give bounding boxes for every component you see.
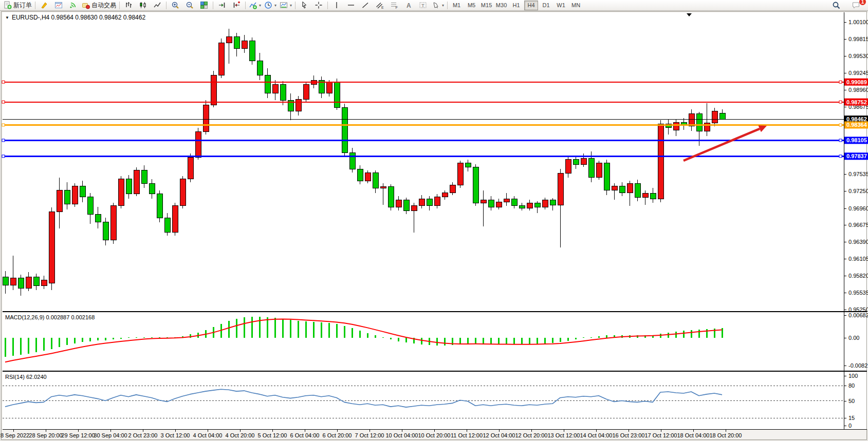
time-axis-label: 4 Oct 04:00 bbox=[193, 432, 223, 438]
price-badge-label: 0.99089 bbox=[846, 79, 867, 85]
new-order-button[interactable]: 新订单 bbox=[2, 0, 33, 11]
channel-button[interactable]: E bbox=[373, 0, 387, 11]
signals-icon bbox=[69, 1, 77, 9]
chart-menu-arrow-icon[interactable]: ▼ bbox=[5, 15, 9, 20]
line-anchor[interactable] bbox=[839, 81, 842, 83]
candle-body bbox=[719, 113, 725, 119]
search-icon[interactable] bbox=[829, 0, 843, 11]
trendline-button[interactable] bbox=[358, 0, 373, 11]
button-label: 自动交易 bbox=[91, 1, 116, 10]
time-axis-label: 13 Oct 12:00 bbox=[548, 432, 580, 438]
chart-title: ▼EURUSD-,H4 0.98564 0.98630 0.98462 0.98… bbox=[5, 14, 145, 21]
timeframe-M5[interactable]: M5 bbox=[465, 1, 478, 10]
horizontal-line-button[interactable] bbox=[344, 0, 358, 11]
crosshair-button[interactable] bbox=[311, 0, 326, 11]
time-axis-label: 6 Oct 20:00 bbox=[323, 432, 352, 438]
bar-chart-button[interactable] bbox=[121, 0, 136, 11]
candle-body bbox=[635, 183, 640, 198]
line-chart-button[interactable] bbox=[150, 0, 164, 11]
macd-panel[interactable] bbox=[3, 312, 844, 371]
fibonacci-button[interactable]: F bbox=[387, 0, 401, 11]
time-axis-label: 6 Oct 04:00 bbox=[290, 432, 320, 438]
chart-canvas[interactable]: 1.001000.998150.995300.992450.989600.986… bbox=[0, 0, 868, 441]
styler-button[interactable] bbox=[37, 0, 51, 11]
time-axis-label: 18 Oct 04:00 bbox=[677, 432, 710, 438]
price-axis-label: 0.99245 bbox=[848, 70, 868, 76]
chevron-down-icon[interactable]: ▾ bbox=[290, 3, 292, 8]
charts-window-button[interactable] bbox=[51, 0, 66, 11]
candle-body bbox=[373, 172, 378, 188]
line-anchor[interactable] bbox=[839, 101, 842, 103]
timeframe-MN[interactable]: MN bbox=[569, 1, 583, 10]
candle-body bbox=[33, 277, 39, 285]
chart-shift-button[interactable] bbox=[229, 0, 244, 11]
candle-body bbox=[396, 200, 401, 207]
chevron-down-icon[interactable]: ▾ bbox=[442, 3, 444, 8]
mt4-window: 1.001000.998150.995300.992450.989600.986… bbox=[0, 0, 868, 441]
signals-button[interactable] bbox=[66, 0, 80, 11]
macd-axis-label: 0.00 bbox=[848, 335, 859, 341]
shapes-button[interactable]: ▾ bbox=[430, 0, 446, 11]
vertical-line-button[interactable] bbox=[329, 0, 344, 11]
chevron-down-icon[interactable]: ▾ bbox=[259, 3, 261, 8]
timeframe-H1[interactable]: H1 bbox=[509, 1, 523, 10]
time-axis-label: 29 Sep 12:00 bbox=[61, 432, 95, 438]
candle-body bbox=[642, 194, 648, 198]
tile-windows-button[interactable] bbox=[197, 0, 211, 11]
chevron-down-icon[interactable]: ▾ bbox=[274, 3, 276, 8]
timeframe-W1[interactable]: W1 bbox=[554, 1, 568, 10]
time-axis-label: 10 Oct 04:00 bbox=[386, 432, 418, 438]
line-anchor[interactable] bbox=[839, 124, 842, 126]
line-anchor[interactable] bbox=[2, 101, 5, 103]
indicators-button[interactable]: ▾ bbox=[247, 0, 263, 11]
cursor-button[interactable] bbox=[297, 0, 311, 11]
main-chart-panel[interactable] bbox=[3, 12, 844, 311]
time-axis-label: 7 Oct 12:00 bbox=[355, 432, 384, 438]
notifications-icon[interactable]: 1 bbox=[848, 0, 863, 11]
periods-button[interactable]: ▾ bbox=[263, 0, 278, 11]
candle-body bbox=[226, 37, 232, 43]
candlestick-button[interactable] bbox=[136, 0, 150, 11]
line-anchor[interactable] bbox=[839, 155, 842, 158]
zoom-out-button[interactable] bbox=[182, 0, 197, 11]
time-axis-label: 11 Oct 12:00 bbox=[451, 432, 483, 438]
line-anchor[interactable] bbox=[2, 139, 5, 142]
candle-body bbox=[596, 163, 602, 178]
timeframe-M30[interactable]: M30 bbox=[494, 1, 508, 10]
candle-body bbox=[604, 163, 610, 190]
templates-button[interactable]: ▾ bbox=[278, 0, 293, 11]
line-anchor[interactable] bbox=[839, 139, 842, 142]
svg-text:F: F bbox=[396, 5, 398, 9]
candle-body bbox=[527, 203, 532, 208]
timeframe-M1[interactable]: M1 bbox=[450, 1, 464, 10]
timeframe-M15[interactable]: M15 bbox=[479, 1, 493, 10]
new-order-icon bbox=[4, 1, 12, 9]
auto-scroll-button[interactable] bbox=[215, 0, 229, 11]
price-axis-label: 0.96675 bbox=[848, 222, 868, 228]
time-axis-label: 30 Sep 04:00 bbox=[94, 432, 127, 438]
line-anchor[interactable] bbox=[2, 81, 5, 83]
timeframe-H4[interactable]: H4 bbox=[524, 1, 538, 10]
line-anchor[interactable] bbox=[2, 124, 5, 126]
candle-body bbox=[118, 179, 124, 206]
rsi-indicator-label: RSI(14) 62.0240 bbox=[5, 374, 47, 380]
timeframe-D1[interactable]: D1 bbox=[539, 1, 553, 10]
button-label: 新订单 bbox=[13, 1, 32, 10]
candle-body bbox=[203, 105, 209, 132]
zoom-in-button[interactable] bbox=[168, 0, 182, 11]
candle-body bbox=[303, 84, 309, 99]
candle-body bbox=[249, 41, 255, 61]
crosshair-icon bbox=[315, 1, 323, 9]
text-label-button[interactable]: T bbox=[416, 0, 430, 11]
candle-body bbox=[126, 179, 132, 194]
candle-body bbox=[26, 277, 31, 288]
candle-body bbox=[411, 206, 417, 210]
autotrade-button[interactable]: 自动交易 bbox=[80, 0, 118, 11]
candle-body bbox=[511, 199, 517, 206]
text-button[interactable]: A bbox=[401, 0, 416, 11]
candle-body bbox=[388, 187, 394, 207]
line-anchor[interactable] bbox=[2, 155, 5, 158]
auto-scroll-icon bbox=[218, 1, 226, 9]
candle-body bbox=[465, 163, 471, 167]
candle-body bbox=[218, 43, 224, 75]
